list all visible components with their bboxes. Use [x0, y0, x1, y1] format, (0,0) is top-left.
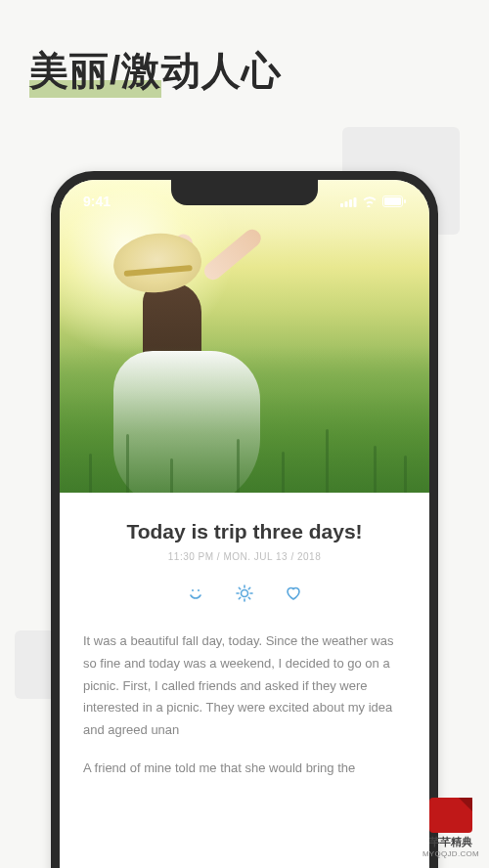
mood-icon-row: [83, 584, 406, 603]
svg-rect-2: [349, 199, 352, 207]
watermark-text-en: MYQQJD.COM: [422, 849, 479, 858]
svg-rect-0: [340, 203, 343, 207]
promo-headline: 美丽/激动人心: [29, 44, 460, 98]
entry-paragraph: A friend of mine told me that she would …: [83, 758, 406, 780]
mood-happy-icon[interactable]: [186, 584, 205, 603]
status-icons: [340, 195, 406, 207]
svg-rect-5: [384, 197, 401, 205]
phone-notch: [171, 180, 318, 205]
entry-meta: 11:30 PM / MON. JUL 13 / 2018: [83, 551, 406, 562]
svg-rect-3: [354, 197, 357, 207]
entry-paragraph: It was a beautiful fall day, today. Sinc…: [83, 630, 406, 742]
favorite-heart-icon[interactable]: [284, 584, 303, 603]
status-time: 9:41: [83, 194, 111, 209]
svg-line-14: [239, 587, 240, 588]
svg-point-9: [242, 590, 248, 597]
svg-rect-1: [345, 201, 348, 207]
entry-body: It was a beautiful fall day, today. Sinc…: [83, 630, 406, 780]
watermark-logo-icon: [429, 798, 472, 833]
entry-title: Today is trip three days!: [83, 520, 406, 543]
phone-mockup: 9:41: [51, 171, 438, 868]
svg-line-17: [248, 587, 249, 588]
phone-screen: 9:41: [60, 180, 429, 868]
wifi-icon: [362, 196, 378, 207]
battery-icon: [382, 195, 406, 207]
entry-content: Today is trip three days! 11:30 PM / MON…: [60, 493, 429, 815]
promo-header: 美丽/激动人心: [0, 0, 489, 117]
entry-hero-image: [60, 180, 429, 493]
svg-point-8: [198, 589, 200, 591]
svg-point-7: [192, 589, 194, 591]
svg-line-16: [239, 597, 240, 598]
svg-line-15: [248, 597, 249, 598]
signal-icon: [340, 196, 357, 207]
watermark-text-cn: 芊芊精典: [422, 835, 479, 849]
weather-sun-icon[interactable]: [235, 584, 254, 603]
svg-rect-6: [404, 199, 406, 203]
watermark: 芊芊精典 MYQQJD.COM: [422, 798, 479, 858]
